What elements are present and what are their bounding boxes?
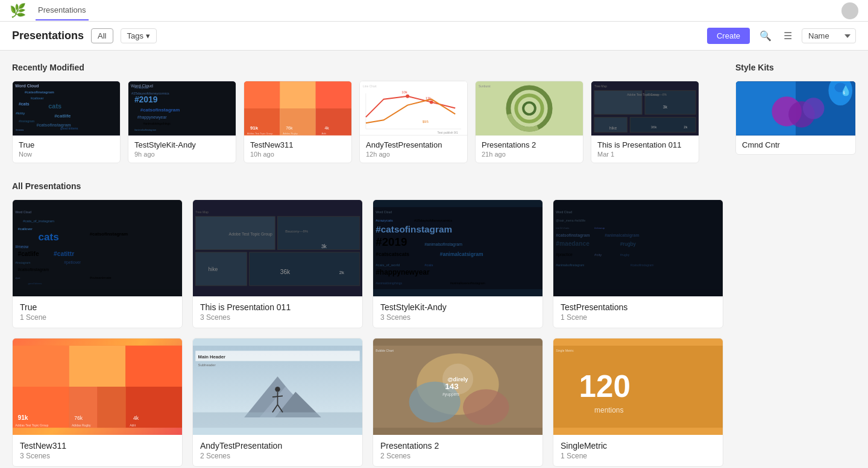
svg-text:#animaldoingsthings: #animaldoingsthings xyxy=(143,122,171,125)
page-title: Presentations xyxy=(12,30,84,42)
search-icon: 🔍 xyxy=(760,31,772,41)
filter-tags-button[interactable]: Tags ▾ xyxy=(121,28,157,43)
pres-card-true[interactable]: Word Cloud #cats_of_instagram #catlover … xyxy=(12,199,183,328)
pres-name: SingleMetric xyxy=(561,441,715,451)
sort-icon-button[interactable]: ☰ xyxy=(781,28,794,44)
svg-rect-23 xyxy=(280,82,315,109)
recent-card-name: AndyTestPresentation xyxy=(366,140,461,149)
pres-name: True xyxy=(20,302,175,312)
pres-name: TestPresentations xyxy=(561,302,715,312)
top-nav: 🌿 Presentations xyxy=(0,0,868,22)
svg-text:#yuppers: #yuppers xyxy=(442,392,460,397)
pres-scenes: 1 Scene xyxy=(561,452,715,460)
sort-lines-icon: ☰ xyxy=(784,31,792,41)
all-presentations-grid: Word Cloud #cats_of_instagram #catlover … xyxy=(12,199,723,467)
svg-text:Word Cloud: Word Cloud xyxy=(556,210,572,214)
nav-tab-presentations[interactable]: Presentations xyxy=(36,1,89,20)
svg-text:$95: $95 xyxy=(423,120,429,123)
svg-text:#happynewyear: #happynewyear xyxy=(376,268,430,276)
svg-text:#2019: #2019 xyxy=(376,236,407,248)
svg-text:#animalcatsigram: #animalcatsigram xyxy=(440,251,483,257)
pres-name: This is Presentation 011 xyxy=(200,302,355,312)
pres-card-single-metric[interactable]: Single Metric 120 mentions SingleMetric … xyxy=(553,338,723,467)
svg-text:cats: cats xyxy=(39,231,59,243)
svg-text:#catsofinstagram: #catsofinstagram xyxy=(25,90,54,94)
squirrel-svg: Bubble Chart @direly 143 #yuppers xyxy=(373,339,542,435)
svg-text:3k: 3k xyxy=(321,243,327,249)
recent-card-name: This is Presentation 011 xyxy=(597,140,693,149)
svg-text:Test publish 9/1: Test publish 9/1 xyxy=(438,131,459,134)
recent-card-stylekit-andy[interactable]: #crazycats #25daysofdisneycomics #2019 #… xyxy=(128,81,236,163)
recent-card-andytest[interactable]: Line Chart 10k 13k $95 Test publish 9/1 xyxy=(359,81,468,163)
svg-text:Tree Map: Tree Map xyxy=(195,210,209,214)
recent-card-pres011[interactable]: Tree Map 3k hike 36k 2k Adobe Test Topic… xyxy=(591,81,699,163)
svg-point-37 xyxy=(430,101,433,104)
main-content: Recently Modified #catsofinstagram #catl… xyxy=(0,51,868,468)
svg-text:#catscatscats: #catscatscats xyxy=(376,251,409,257)
svg-text:#catsofinstagram: #catsofinstagram xyxy=(556,233,590,238)
svg-text:76k: 76k xyxy=(286,126,293,130)
svg-text:Adidas Rugby: Adidas Rugby xyxy=(283,132,298,135)
style-kit-name: Cmnd Cntr xyxy=(742,140,849,149)
pres-name: TestNew311 xyxy=(20,441,175,451)
svg-rect-31 xyxy=(360,81,467,135)
right-panel: Style Kits 💧 xyxy=(735,63,856,467)
pres-card-andytest2[interactable]: Main Header Subheader xyxy=(192,338,363,467)
svg-text:Single Metric: Single Metric xyxy=(556,349,574,352)
svg-text:#catsofinstagram: #catsofinstagram xyxy=(90,231,128,237)
svg-text:#catittr: #catittr xyxy=(54,251,74,257)
style-kit-card-cmnd[interactable]: 💧 Cmnd Cntr xyxy=(735,81,856,155)
pres-card-pres011[interactable]: Tree Map Adobe Test Topic Group Baucony—… xyxy=(192,199,363,328)
pres-true-svg: Word Cloud #cats_of_instagram #catlover … xyxy=(13,200,182,296)
svg-text:#cats_of_world: #cats_of_world xyxy=(376,263,400,267)
recent-card-name: True xyxy=(19,140,114,149)
recent-card-true[interactable]: #catsofinstagram #catlover #cats cats #k… xyxy=(12,81,121,163)
recently-modified-grid: #catsofinstagram #catlover #cats cats #k… xyxy=(12,81,723,163)
recent-card-time: 9h ago xyxy=(134,151,230,158)
svg-text:hike: hike xyxy=(609,126,617,130)
pres-card-testpresentations[interactable]: Word Cloud @nair_mena #wildlife trm14 #c… xyxy=(553,199,723,328)
svg-text:91k: 91k xyxy=(18,414,28,421)
pres-info: AndyTestPresentation 2 Scenes xyxy=(193,435,362,466)
svg-rect-136 xyxy=(260,371,291,417)
all-presentations-title: All Presentations xyxy=(12,181,723,191)
filter-all-button[interactable]: All xyxy=(91,28,113,43)
left-panel: Recently Modified #catsofinstagram #catl… xyxy=(12,63,723,467)
recent-card-time: Mar 1 xyxy=(597,151,693,158)
svg-text:Baucony—8%: Baucony—8% xyxy=(648,93,667,96)
svg-text:#crazycats: #crazycats xyxy=(376,219,392,222)
svg-text:#cats: #cats xyxy=(424,263,433,267)
search-icon-button[interactable]: 🔍 xyxy=(757,28,774,44)
svg-rect-117 xyxy=(13,346,69,387)
pres-scenes: 3 Scenes xyxy=(200,313,355,322)
pres011-svg: Tree Map Adobe Test Topic Group Baucony—… xyxy=(193,200,362,296)
pres-name: AndyTestPresentation xyxy=(200,441,355,451)
svg-text:#rugby: #rugby xyxy=(620,241,637,247)
sort-select[interactable]: Name Date Modified xyxy=(802,28,856,43)
svg-rect-51 xyxy=(594,117,627,133)
pres-scenes: 3 Scenes xyxy=(380,313,535,322)
pres-card-testnew311[interactable]: 91k 76k 4k Adidas Test Topic Group Adida… xyxy=(12,338,183,467)
create-button[interactable]: Create xyxy=(707,28,750,44)
style-kit-info: Cmnd Cntr xyxy=(736,136,855,154)
pres-scenes: 3 Scenes xyxy=(20,452,175,460)
svg-text:Word Cloud: Word Cloud xyxy=(376,210,392,214)
recent-card-testnew311[interactable]: 91k 76k 4k Adidas Test Topic Group Adida… xyxy=(244,81,352,163)
svg-text:#2019: #2019 xyxy=(134,95,158,104)
svg-text:Adobe Test Topic Group: Adobe Test Topic Group xyxy=(229,232,273,237)
svg-text:4k: 4k xyxy=(133,415,139,421)
svg-text:#animalsofinstagram: #animalsofinstagram xyxy=(424,242,462,247)
wordcloud-thumb-svg: #catsofinstagram #catlover #cats cats #k… xyxy=(13,81,120,136)
svg-text:Adiit: Adiit xyxy=(130,423,136,427)
user-avatar[interactable] xyxy=(841,2,858,19)
recent-card-time: 21h ago xyxy=(482,151,577,158)
single-metric-svg: Single Metric 120 mentions xyxy=(553,339,723,435)
svg-rect-78 xyxy=(195,252,247,285)
pres-card-stylekit-andy[interactable]: Word Cloud #crazycats #25daysofdisneycom… xyxy=(373,199,543,328)
recent-card-presentations2[interactable]: Sunburst Presentations 2 21h ago xyxy=(475,81,583,163)
pres-card-presentations2[interactable]: Bubble Chart @direly 143 #yuppers Presen… xyxy=(373,338,543,467)
svg-point-35 xyxy=(406,95,409,98)
svg-text:Sunburst: Sunburst xyxy=(479,85,491,88)
svg-text:#happynewyear: #happynewyear xyxy=(137,115,167,120)
chevron-down-icon: ▾ xyxy=(146,31,150,40)
